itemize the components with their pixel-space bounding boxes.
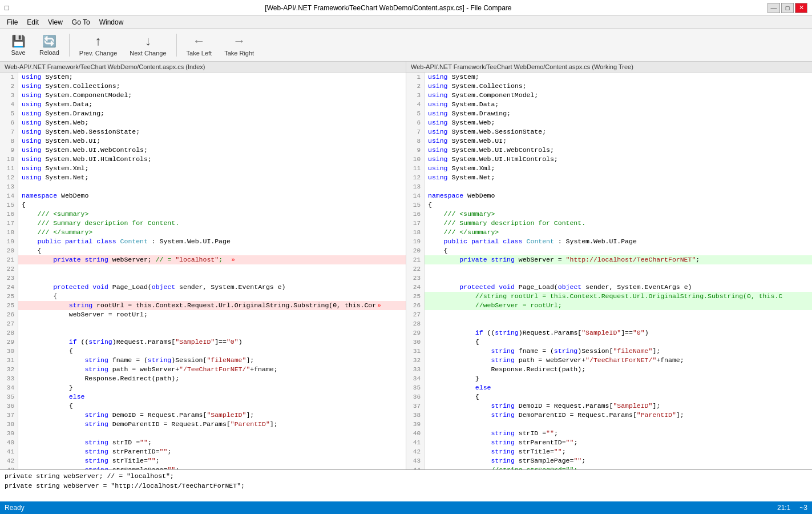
menu-bar: File Edit View Go To Window: [0, 16, 812, 29]
table-row: 35 else: [0, 392, 406, 401]
table-row: 1using System;: [406, 73, 812, 82]
save-icon: 💾: [11, 34, 26, 48]
table-row: 17 /// Summary description for Content.: [406, 219, 812, 228]
right-pane-content[interactable]: 1using System; 2using System.Collections…: [406, 73, 812, 469]
prev-change-icon: ↑: [95, 34, 102, 49]
right-pane-header: Web-API/.NET Framework/TeeChart WebDemo/…: [406, 62, 812, 73]
maximize-button[interactable]: □: [781, 3, 794, 13]
table-row: 40 string strID ="";: [0, 438, 406, 447]
table-row: 6using System.Web;: [406, 118, 812, 127]
table-row: 32 string path = webServer+"/TeeChartFor…: [406, 356, 812, 365]
table-row: 39: [406, 420, 812, 429]
take-left-label: Take Left: [187, 50, 212, 57]
table-row: 43 string strSamplePage="";: [0, 465, 406, 469]
table-row: 37 string DemoID = Request.Params["Sampl…: [0, 411, 406, 420]
table-row: 8using System.Web.UI;: [0, 136, 406, 146]
minimize-button[interactable]: —: [767, 3, 780, 13]
status-ready: Ready: [5, 504, 25, 512]
table-row: 21 private string webServer = "http://lo…: [406, 255, 812, 264]
title-bar: □ [Web-API/.NET Framework/TeeChart WebDe…: [0, 0, 812, 16]
toolbar-separator-1: [69, 34, 70, 57]
table-row: 29 if ((string)Request.Params["SampleID"…: [406, 328, 812, 338]
table-row: 14namespace WebDemo: [0, 191, 406, 200]
table-row: 2using System.Collections;: [0, 82, 406, 91]
menu-goto[interactable]: Go To: [67, 17, 95, 27]
table-row: 17 /// Summary description for Content.: [0, 219, 406, 228]
bottom-preview-panel: private string webServer; // = "localhos…: [0, 469, 812, 501]
table-row: 38 string DemoParentID = Request.Params[…: [406, 411, 812, 420]
next-change-icon: ↓: [145, 34, 151, 49]
table-row: 33 Response.Redirect(path);: [406, 365, 812, 374]
close-button[interactable]: ✕: [795, 3, 807, 13]
table-row: 24 protected void Page_Load(object sende…: [406, 283, 812, 292]
table-row: 31 string fname = (string)Session["fileN…: [406, 347, 812, 356]
table-row: 22: [0, 264, 406, 274]
table-row: 6using System.Web;: [0, 118, 406, 127]
table-row: 19 public partial class Content : System…: [0, 237, 406, 246]
table-row: 18 /// </summary>: [406, 228, 812, 237]
save-button[interactable]: 💾 Save: [5, 31, 32, 59]
table-row: 43 string strSamplePage="";: [406, 456, 812, 465]
table-row: 7using System.Web.SessionState;: [406, 127, 812, 136]
status-right: 21:1 ~3: [777, 504, 807, 512]
table-row: 29 if ((string)Request.Params["SampleID"…: [0, 338, 406, 347]
table-row: 5using System.Drawing;: [406, 109, 812, 118]
table-row: 41 string strParentID="";: [0, 447, 406, 456]
next-change-label: Next Change: [130, 50, 166, 57]
take-left-button[interactable]: ← Take Left: [181, 31, 217, 59]
table-row: 27: [0, 319, 406, 328]
menu-view[interactable]: View: [43, 17, 67, 27]
bottom-preview-line1: private string webServer; // = "localhos…: [5, 471, 807, 481]
table-row: 25 string rootUrl = this.Context.Request…: [0, 301, 406, 310]
window-controls[interactable]: — □ ✕: [767, 3, 807, 13]
right-pane: Web-API/.NET Framework/TeeChart WebDemo/…: [406, 62, 812, 469]
table-row: 8using System.Web.UI;: [406, 136, 812, 146]
window-title: [Web-API/.NET Framework/TeeChart WebDemo…: [9, 4, 767, 12]
next-change-button[interactable]: ↓ Next Change: [124, 31, 171, 59]
table-row: 12using System.Net;: [406, 173, 812, 182]
table-row: 12using System.Net;: [0, 173, 406, 182]
table-row: 30 {: [406, 338, 812, 347]
table-row: 16 /// <summary>: [0, 210, 406, 219]
table-row: 3using System.ComponentModel;: [406, 91, 812, 100]
table-row: 42 string strTitle="";: [406, 447, 812, 456]
table-row: 9using System.Web.UI.WebControls;: [0, 146, 406, 155]
reload-button[interactable]: 🔄 Reload: [34, 31, 64, 59]
table-row: 38 string DemoParentID = Request.Params[…: [0, 420, 406, 429]
prev-change-button[interactable]: ↑ Prev. Change: [74, 31, 122, 59]
table-row: 13: [406, 182, 812, 191]
left-pane-header: Web-API/.NET Framework/TeeChart WebDemo/…: [0, 62, 406, 73]
table-row: 14namespace WebDemo: [406, 191, 812, 200]
table-row: 23: [406, 274, 812, 283]
menu-edit[interactable]: Edit: [22, 17, 43, 27]
table-row: 9using System.Web.UI.WebControls;: [406, 146, 812, 155]
table-row: 20 {: [406, 246, 812, 255]
left-pane-content[interactable]: 1using System; 2using System.Collections…: [0, 73, 406, 469]
table-row: 2using System.Collections;: [406, 82, 812, 91]
table-row: 30 {: [0, 347, 406, 356]
table-row: 20 {: [0, 246, 406, 255]
table-row: 5using System.Drawing;: [0, 109, 406, 118]
table-row: 25 //string rootUrl = this.Context.Reque…: [406, 292, 812, 301]
table-row: 10using System.Web.UI.HtmlControls;: [406, 155, 812, 164]
table-row: 33 Response.Redirect(path);: [0, 374, 406, 383]
table-row: 10using System.Web.UI.HtmlControls;: [0, 155, 406, 164]
table-row: 26 //webServer = rootUrl;: [406, 301, 812, 310]
left-pane: Web-API/.NET Framework/TeeChart WebDemo/…: [0, 62, 406, 469]
take-right-button[interactable]: → Take Right: [219, 31, 259, 59]
table-row: 16 /// <summary>: [406, 210, 812, 219]
table-row: 26 webServer = rootUrl;: [0, 310, 406, 319]
table-row: 41 string strParentID="";: [406, 438, 812, 447]
table-row: 36 {: [0, 401, 406, 411]
menu-file[interactable]: File: [2, 17, 22, 27]
toolbar-separator-2: [176, 34, 177, 57]
reload-label: Reload: [39, 49, 59, 56]
take-right-icon: →: [233, 34, 245, 49]
reload-icon: 🔄: [42, 34, 56, 48]
main-content: Web-API/.NET Framework/TeeChart WebDemo/…: [0, 62, 812, 501]
table-row: 24 protected void Page_Load(object sende…: [0, 283, 406, 292]
menu-window[interactable]: Window: [95, 17, 128, 27]
table-row: 11using System.Xml;: [0, 164, 406, 173]
table-row: 4using System.Data;: [406, 100, 812, 109]
prev-change-label: Prev. Change: [79, 50, 117, 57]
